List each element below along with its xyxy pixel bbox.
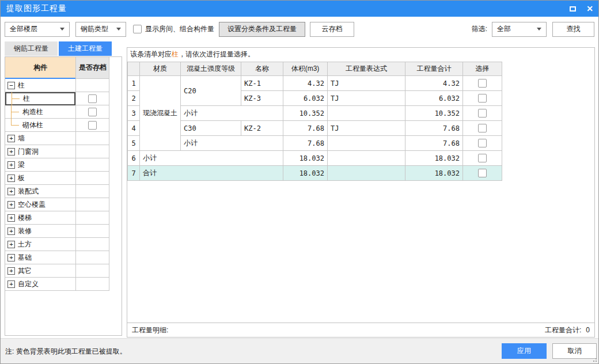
tree-archive-cell [75,132,109,145]
tree-row-4[interactable]: +墙 [5,132,109,145]
tree-row-9[interactable]: +空心楼盖 [5,198,109,211]
tree-item-label-cell[interactable]: +装修 [5,225,75,238]
col-name: 名称 [241,62,283,76]
tree-item-label: 梁 [18,160,25,170]
row-select-checkbox[interactable] [478,94,487,103]
tree-row-15[interactable]: +自定义 [5,278,109,291]
row-select-checkbox[interactable] [478,139,487,147]
close-icon: ✕ [586,5,593,13]
tree-item-label-cell[interactable]: +空心楼盖 [5,198,75,211]
tree-item-label-cell[interactable]: +土方 [5,238,75,251]
tree-archive-cell [75,92,109,105]
tree-row-2[interactable]: 构造柱 [5,105,109,119]
filter-label: 筛选: [472,24,487,34]
row-select-checkbox[interactable] [478,79,487,88]
instruction-message: 该条清单对应柱，请依次进行提量选择。 [127,48,594,60]
tree-item-label-cell[interactable]: +自定义 [5,278,75,291]
row-select-checkbox[interactable] [478,124,487,132]
tree-row-6[interactable]: +梁 [5,158,109,172]
close-button[interactable]: ✕ [581,1,598,17]
rebar-type-select[interactable]: 钢筋类型 [75,22,126,37]
tree-item-label-cell[interactable]: 柱 [5,92,75,105]
collapse-icon[interactable]: − [7,82,15,89]
cancel-button[interactable]: 取消 [552,343,597,359]
table-row-subtotal: 5 小计 7.68 7.68 [128,136,502,151]
filter-select[interactable]: 全部 [492,22,547,37]
expand-icon[interactable]: + [7,267,15,275]
tree-row-14[interactable]: +其它 [5,264,109,278]
tree-item-label-cell[interactable]: +装配式 [5,185,75,198]
table-row-subtotal: 6 小计 18.032 18.032 [128,151,502,166]
chevron-down-icon [537,28,541,31]
tree-row-1[interactable]: 柱 [5,92,109,105]
tree-row-3[interactable]: 砌体柱 [5,119,109,132]
archive-checkbox[interactable] [88,94,97,103]
tree-archive-cell [75,119,109,132]
tree-archive-cell [75,172,109,185]
tree-row-12[interactable]: +土方 [5,238,109,251]
expand-icon[interactable]: + [7,214,15,222]
tree-item-label-cell[interactable]: +板 [5,172,75,185]
find-button[interactable]: 查找 [552,22,594,37]
tree-row-0[interactable]: −柱 [5,79,109,92]
tree-row-10[interactable]: +楼梯 [5,211,109,225]
cloud-archive-button[interactable]: 云存档 [310,22,354,37]
tree-item-label: 门窗洞 [18,147,39,157]
footer-note: 注: 黄色背景表明此项工程量已被提取。 [5,347,127,357]
checkbox-icon[interactable] [133,25,142,33]
archive-checkbox[interactable] [88,121,97,130]
highlighted-component: 柱 [172,50,179,58]
tree-item-label-cell[interactable]: −柱 [5,79,75,92]
quantity-table: 材质 混凝土强度等级 名称 体积(m3) 工程量表达式 工程量合计 选择 1 现… [127,62,502,181]
tree-item-label-cell[interactable]: 砌体柱 [5,119,75,132]
tree-row-11[interactable]: +装修 [5,225,109,238]
expand-icon[interactable]: + [7,175,15,182]
tree-item-label: 墙 [18,134,25,143]
tree-archive-cell [75,264,109,278]
maximize-icon [570,6,576,12]
tree-row-8[interactable]: +装配式 [5,185,109,198]
show-rooms-checkbox[interactable]: 显示房间、组合构件量 [133,24,214,34]
tree-item-label-cell[interactable]: +门窗洞 [5,145,75,158]
archive-checkbox[interactable] [88,108,97,116]
tree-archive-cell [75,145,109,158]
tree-archive-cell [75,158,109,172]
expand-icon[interactable]: + [7,148,15,156]
table-row: 1 现浇混凝土 C20 KZ-1 4.32 TJ 4.32 [128,76,502,91]
tree-item-label: 自定义 [18,279,39,289]
tree-item-label-cell[interactable]: +墙 [5,132,75,145]
expand-icon[interactable]: + [7,161,15,169]
setup-conditions-button[interactable]: 设置分类条件及工程量 [219,22,305,37]
tree-branch-line-icon [12,92,21,105]
show-rooms-label: 显示房间、组合构件量 [145,24,214,34]
tab-rebar-quantities[interactable]: 钢筋工程量 [5,41,58,56]
expand-icon[interactable]: + [7,188,15,195]
expand-icon[interactable]: + [7,241,15,248]
row-select-checkbox[interactable] [478,154,487,162]
row-select-checkbox[interactable] [478,169,487,177]
tree-item-label: 基础 [18,253,32,263]
extract-quantities-dialog: 提取图形工程量 ✕ 全部楼层 钢筋类型 显示房间、组合构件量 设置分类条件及工程… [0,0,599,364]
table-row-grand-total: 7 合计 18.032 18.032 [128,166,502,181]
tab-civil-quantities[interactable]: 土建工程量 [59,41,112,56]
tree-item-label-cell[interactable]: +楼梯 [5,211,75,225]
expand-icon[interactable]: + [7,227,15,235]
tree-item-label-cell[interactable]: +梁 [5,158,75,172]
tree-item-label-cell[interactable]: +基础 [5,251,75,264]
table-row-subtotal: 3 小计 10.352 10.352 [128,106,502,121]
row-select-checkbox[interactable] [478,109,487,117]
maximize-button[interactable] [564,1,581,17]
expand-icon[interactable]: + [7,201,15,208]
tree-header: 构件 是否存档 [5,57,109,79]
expand-icon[interactable]: + [7,280,15,288]
expand-icon[interactable]: + [7,254,15,261]
expand-icon[interactable]: + [7,135,15,142]
tree-row-13[interactable]: +基础 [5,251,109,264]
floor-select[interactable]: 全部楼层 [5,22,70,37]
col-material: 材质 [140,62,181,76]
tree-row-7[interactable]: +板 [5,172,109,185]
tree-row-5[interactable]: +门窗洞 [5,145,109,158]
tree-item-label-cell[interactable]: 构造柱 [5,105,75,119]
tree-item-label-cell[interactable]: +其它 [5,264,75,278]
apply-button[interactable]: 应用 [502,343,547,359]
